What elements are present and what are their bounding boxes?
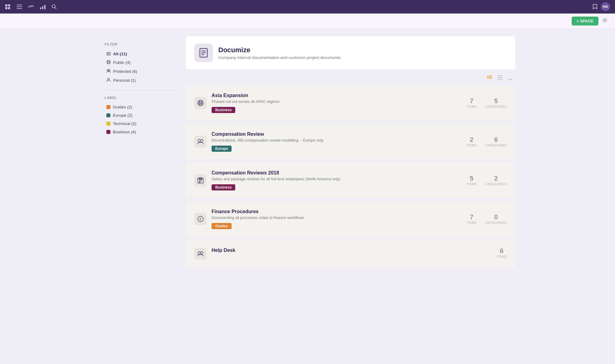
items-label-asia: ITEMS: [466, 105, 477, 108]
filter-title: FILTER: [105, 42, 175, 46]
view-grid-button[interactable]: [485, 74, 494, 82]
card-icon-finance: $: [194, 213, 207, 225]
categories-label-comp-2018: CATEGORIES: [485, 182, 507, 186]
card-body-finance: Finance Procedures Documenting all proce…: [212, 209, 455, 229]
svg-rect-5: [17, 6, 22, 7]
label-europe[interactable]: Europe (2): [105, 112, 175, 119]
card-finance-procedures[interactable]: $ Finance Procedures Documenting all pro…: [186, 202, 515, 237]
items-stat-help-desk: 6 ITEMS: [497, 248, 507, 258]
svg-rect-33: [508, 79, 512, 80]
svg-point-20: [108, 69, 110, 71]
items-stat-comp-2018: 5 ITEMS: [466, 175, 477, 186]
sidebar-divider: [105, 90, 175, 90]
label-technical[interactable]: Technical (2): [105, 120, 175, 127]
card-compensation-review[interactable]: Compensation Review Decentralized, 360 c…: [186, 124, 515, 159]
sidebar: FILTER All (11) Public (4): [100, 36, 180, 267]
svg-rect-1: [8, 4, 10, 6]
list-icon[interactable]: [17, 5, 22, 9]
label-guides[interactable]: Guides (2): [105, 103, 175, 111]
card-label-finance[interactable]: Guides: [212, 223, 232, 229]
filter-protected-label: Protected (6): [113, 69, 137, 74]
space-header: Documize Company internal documentation …: [186, 36, 515, 69]
card-label-comp-review[interactable]: Europe: [212, 146, 232, 152]
svg-rect-13: [106, 52, 111, 53]
main-layout: FILTER All (11) Public (4): [92, 29, 523, 275]
card-title-help-desk: Help Desk: [212, 248, 486, 253]
categories-number-comp-review: 6: [485, 136, 507, 143]
view-toolbar: [186, 74, 515, 82]
technical-color-dot: [106, 122, 110, 126]
svg-rect-2: [5, 7, 7, 9]
label-business[interactable]: Business (4): [105, 128, 175, 136]
svg-point-38: [200, 139, 203, 142]
categories-label-finance: CATEGORIES: [485, 221, 507, 225]
categories-label-comp-review: CATEGORIES: [485, 144, 507, 147]
space-icon: [194, 44, 213, 62]
svg-point-48: [198, 252, 200, 254]
items-stat-asia: 7 ITEMS: [466, 98, 477, 108]
svg-rect-26: [487, 76, 488, 76]
svg-point-12: [604, 20, 606, 21]
top-navigation: HK: [0, 0, 615, 14]
card-body-asia: Asia Expansion Phased roll-out across al…: [212, 93, 455, 113]
card-title-finance: Finance Procedures: [212, 209, 455, 214]
all-icon: [106, 51, 111, 56]
svg-rect-6: [17, 8, 22, 9]
content-area: Documize Company internal documentation …: [186, 36, 515, 267]
filter-all[interactable]: All (11): [105, 50, 175, 58]
svg-rect-3: [8, 7, 10, 9]
card-label-asia[interactable]: Business: [212, 107, 235, 113]
space-info: Documize Company internal documentation …: [218, 46, 341, 60]
svg-rect-4: [17, 5, 22, 5]
filter-public-label: Public (4): [113, 60, 131, 65]
items-number-comp-review: 2: [466, 136, 477, 143]
svg-point-21: [108, 78, 109, 80]
chart-icon[interactable]: [40, 4, 46, 9]
categories-label-asia: CATEGORIES: [485, 105, 507, 108]
search-icon[interactable]: [52, 4, 57, 9]
filter-public[interactable]: Public (4): [105, 58, 175, 67]
card-title-asia: Asia Expansion: [212, 93, 455, 98]
filter-protected[interactable]: Protected (6): [105, 67, 175, 76]
europe-color-dot: [106, 113, 110, 117]
categories-number-comp-2018: 2: [485, 175, 507, 182]
items-label-comp-2018: ITEMS: [466, 182, 477, 186]
card-stats-finance: 7 ITEMS 0 CATEGORIES: [466, 214, 507, 225]
business-color-dot: [106, 130, 110, 134]
svg-point-37: [198, 139, 200, 142]
items-label-finance: ITEMS: [466, 221, 477, 225]
view-dash-button[interactable]: [506, 74, 514, 82]
svg-rect-31: [498, 77, 502, 78]
card-asia-expansion[interactable]: Asia Expansion Phased roll-out across al…: [186, 85, 515, 120]
space-title: Documize: [218, 46, 341, 54]
svg-rect-27: [487, 77, 492, 77]
nav-right: HK: [593, 2, 610, 11]
grid-icon[interactable]: [5, 4, 10, 10]
card-stats-comp-review: 2 ITEMS 6 CATEGORIES: [466, 136, 507, 147]
bookmark-icon[interactable]: [593, 4, 597, 10]
activity-icon[interactable]: [28, 5, 34, 9]
view-list-button[interactable]: [496, 74, 504, 82]
filter-personal[interactable]: Personal (1): [105, 76, 175, 84]
card-body-comp-review: Compensation Review Decentralized, 360 c…: [212, 131, 455, 152]
card-desc-comp-2018: Salary and package reviews for all full-…: [212, 177, 455, 181]
svg-point-49: [200, 252, 203, 254]
label-business-label: Business (4): [113, 130, 136, 134]
items-stat-comp-review: 2 ITEMS: [466, 136, 477, 147]
avatar[interactable]: HK: [601, 2, 610, 11]
card-title-comp-2018: Compensation Reviews 2018: [212, 170, 455, 176]
add-space-button[interactable]: + SPACE: [572, 17, 598, 25]
filter-all-label: All (11): [113, 52, 127, 56]
card-icon-asia: [194, 97, 207, 109]
card-help-desk[interactable]: Help Desk 6 ITEMS: [186, 240, 515, 267]
card-comp-reviews-2018[interactable]: $ Compensation Reviews 2018 Salary and p…: [186, 163, 515, 198]
subheader: + SPACE: [0, 14, 615, 29]
items-label-help-desk: ITEMS: [497, 255, 507, 258]
public-icon: [106, 60, 111, 65]
items-label-comp-review: ITEMS: [466, 144, 477, 147]
settings-icon[interactable]: [602, 18, 608, 25]
svg-rect-30: [498, 76, 502, 76]
card-label-comp-2018[interactable]: Business: [212, 184, 235, 190]
card-desc-asia: Phased roll-out across all APAC regions: [212, 100, 455, 104]
categories-number-asia: 5: [485, 98, 507, 104]
